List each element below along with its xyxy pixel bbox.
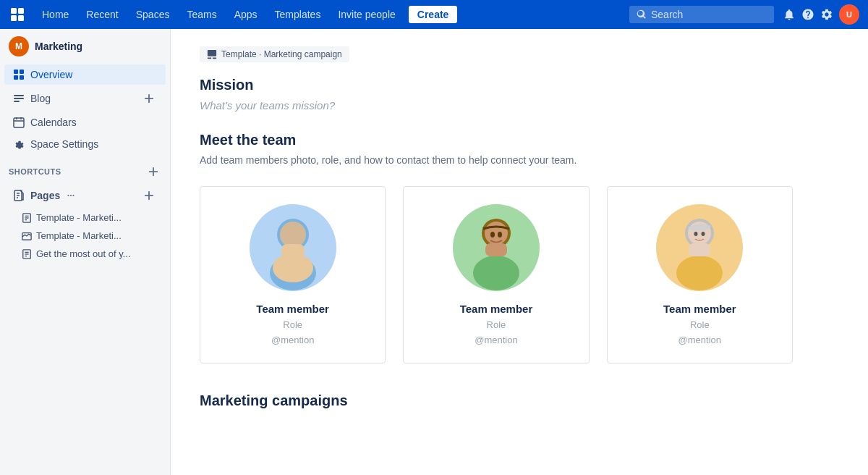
nav-item-apps[interactable]: Apps — [227, 6, 265, 23]
svg-rect-48 — [689, 243, 710, 256]
add-blog-button[interactable] — [141, 91, 157, 106]
avatar-0 — [250, 204, 336, 291]
nav-item-teams[interactable]: Teams — [179, 6, 224, 23]
svg-rect-33 — [213, 57, 216, 59]
tree-item-0[interactable]: Template - Marketi... — [4, 209, 166, 226]
svg-point-50 — [702, 232, 705, 236]
pages-row[interactable]: Pages — [4, 183, 166, 208]
sidebar-space-name: Marketing — [35, 41, 82, 52]
tree-item-0-icon — [22, 213, 32, 223]
member-0-role: Role — [283, 319, 302, 330]
svg-rect-31 — [208, 50, 216, 56]
logo[interactable] — [9, 6, 26, 23]
create-button[interactable]: Create — [409, 6, 458, 23]
svg-rect-11 — [14, 118, 24, 127]
blog-label: Blog — [30, 93, 51, 104]
template-badge[interactable]: Template · Marketing campaign — [200, 46, 349, 62]
avatar-person-icon-2 — [656, 204, 743, 291]
calendars-label: Calendars — [30, 117, 77, 128]
shortcuts-section-header: SHORTCUTS — [0, 155, 170, 182]
tree-item-2-icon — [22, 249, 32, 259]
svg-point-41 — [485, 222, 508, 245]
nav-item-recent[interactable]: Recent — [79, 6, 125, 23]
nav-item-spaces[interactable]: Spaces — [129, 6, 177, 23]
help-icon — [801, 8, 814, 21]
member-2-mention: @mention — [678, 335, 721, 345]
add-shortcut-button[interactable] — [145, 164, 161, 180]
calendar-icon — [13, 117, 25, 128]
tree-item-2-label: Get the most out of y... — [36, 248, 131, 259]
svg-rect-42 — [485, 243, 507, 256]
svg-rect-10 — [14, 101, 20, 102]
template-icon — [207, 49, 217, 59]
marketing-campaigns-title: Marketing campaigns — [200, 392, 793, 409]
svg-point-44 — [498, 232, 502, 238]
pages-more-button[interactable] — [63, 188, 79, 203]
space-settings-icon — [13, 138, 25, 150]
svg-point-45 — [676, 256, 723, 290]
nav-item-home[interactable]: Home — [35, 6, 76, 23]
svg-point-36 — [280, 222, 306, 248]
sidebar-item-blog[interactable]: Blog — [4, 86, 166, 111]
svg-rect-32 — [208, 57, 211, 59]
svg-rect-4 — [14, 70, 18, 74]
svg-rect-38 — [281, 244, 305, 258]
svg-point-19 — [68, 195, 69, 196]
sidebar-item-calendars[interactable]: Calendars — [4, 112, 166, 133]
search-placeholder-text: Search — [651, 9, 683, 20]
team-card-1: Team member Role @mention — [403, 186, 589, 363]
meet-team-description: Add team members photo, role, and how to… — [200, 154, 793, 166]
space-avatar: M — [9, 36, 29, 56]
sidebar-space-header[interactable]: M Marketing — [0, 29, 170, 64]
add-page-button[interactable] — [141, 188, 157, 203]
sidebar-item-space-settings[interactable]: Space Settings — [4, 134, 166, 154]
svg-rect-7 — [20, 75, 24, 80]
nav-item-templates[interactable]: Templates — [268, 6, 328, 23]
svg-point-39 — [473, 256, 519, 290]
member-0-mention: @mention — [271, 335, 314, 345]
marketing-campaigns-section: Marketing campaigns — [200, 392, 793, 409]
user-initial: U — [846, 10, 852, 19]
search-bar[interactable]: Search — [629, 6, 774, 23]
tree-item-1[interactable]: Template - Marketi... — [4, 227, 166, 244]
overview-label: Overview — [30, 69, 72, 80]
avatar-1 — [453, 204, 540, 291]
bell-icon — [783, 8, 796, 21]
svg-point-43 — [490, 232, 495, 238]
member-1-mention: @mention — [475, 335, 517, 345]
svg-rect-2 — [11, 15, 17, 21]
tree-item-2[interactable]: Get the most out of y... — [4, 245, 166, 262]
search-icon — [637, 9, 647, 20]
help-icon-button[interactable] — [801, 8, 814, 21]
nav-invite-button[interactable]: Invite people — [331, 6, 402, 23]
svg-rect-6 — [14, 75, 18, 80]
member-2-role: Role — [690, 319, 710, 330]
meet-team-section: Meet the team Add team members photo, ro… — [200, 132, 793, 363]
pages-icon — [13, 190, 25, 201]
svg-point-20 — [70, 195, 72, 196]
top-nav: Home Recent Spaces Teams Apps Templates … — [0, 0, 868, 29]
blog-icon — [13, 93, 25, 104]
tree-item-1-icon — [22, 231, 32, 241]
svg-point-49 — [694, 232, 698, 236]
main-content: Template · Marketing campaign Mission Wh… — [171, 29, 868, 475]
overview-icon — [13, 69, 25, 80]
member-1-name: Team member — [460, 303, 533, 315]
settings-icon — [820, 8, 833, 21]
svg-rect-1 — [18, 8, 24, 14]
tree-item-0-label: Template - Marketi... — [36, 212, 122, 223]
template-badge-text: Template · Marketing campaign — [221, 49, 342, 59]
notification-icon-button[interactable] — [783, 8, 796, 21]
sidebar-item-overview[interactable]: Overview — [4, 64, 166, 85]
tree-item-1-label: Template - Marketi... — [36, 230, 122, 241]
member-0-name: Team member — [256, 303, 329, 315]
team-card-0: Team member Role @mention — [200, 186, 386, 363]
member-2-name: Team member — [663, 303, 736, 315]
settings-icon-button[interactable] — [820, 8, 833, 21]
avatar-person-icon-1 — [453, 204, 540, 291]
member-1-role: Role — [487, 319, 506, 330]
svg-rect-9 — [14, 98, 24, 99]
user-avatar[interactable]: U — [839, 4, 859, 25]
space-settings-label: Space Settings — [30, 138, 98, 150]
mission-title: Mission — [200, 77, 793, 93]
